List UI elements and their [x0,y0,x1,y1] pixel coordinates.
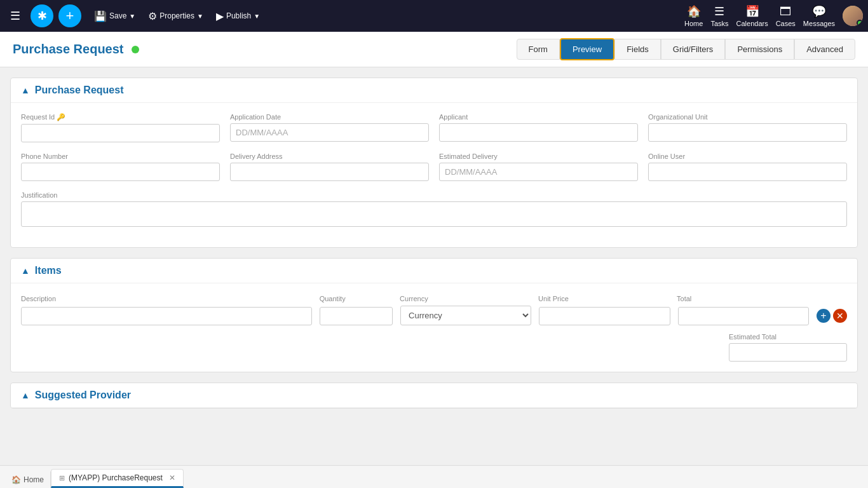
items-body: Description Quantity Currency Unit Price… [11,283,857,372]
tab-permissions[interactable]: Permissions [725,39,794,60]
items-chevron[interactable]: ▲ [21,266,30,276]
purchase-request-section: ▲ Purchase Request Request Id 🔑 Applicat… [10,78,858,248]
currency-col-header: Currency [400,294,531,303]
quantity-field-group [320,307,393,325]
bottom-app-tab[interactable]: ⊞ (MYAPP) PurchaseRequest ✕ [51,469,184,488]
phone-label: Phone Number [21,152,220,160]
request-id-input[interactable] [21,124,220,142]
bottom-tab-close-button[interactable]: ✕ [169,473,175,482]
home-label: Home [684,20,703,27]
org-unit-label: Organizational Unit [648,113,847,121]
suggested-provider-chevron[interactable]: ▲ [21,390,30,400]
delivery-address-label: Delivery Address [230,152,429,160]
home-icon: 🏠 [687,4,701,18]
add-button[interactable]: + [58,4,81,27]
publish-dropdown-icon[interactable]: ▼ [254,13,260,20]
save-dropdown-icon[interactable]: ▼ [129,13,135,20]
currency-select[interactable]: Currency [400,306,531,325]
total-input[interactable] [678,307,809,325]
nav-cases[interactable]: 🗖 Cases [776,5,796,27]
items-header: ▲ Items [11,259,857,283]
calendars-label: Calendars [736,20,768,27]
purchase-request-chevron[interactable]: ▲ [21,85,30,95]
nav-messages[interactable]: 💬 Messages [803,4,835,27]
properties-label: Properties [159,11,194,20]
applicant-label: Applicant [439,113,638,121]
justification-group: Justification [21,191,847,227]
total-col-header: Total [677,294,808,303]
suggested-provider-title: Suggested Provider [35,390,131,401]
main-content: Purchase Request Form Preview Fields Gri… [0,32,868,488]
page-header: Purchase Request Form Preview Fields Gri… [0,32,868,67]
quantity-label: Quantity [320,295,346,302]
bottom-home-icon: 🏠 [11,475,21,484]
publish-icon: ▶ [216,10,224,22]
description-input[interactable] [21,307,312,325]
org-unit-input[interactable] [648,123,847,142]
tab-preview[interactable]: Preview [560,38,614,60]
user-avatar[interactable] [843,6,863,26]
phone-input[interactable] [21,163,220,181]
publish-action[interactable]: ▶ Publish ▼ [211,8,265,25]
currency-label: Currency [400,295,428,302]
top-navigation: ☰ ✱ + 💾 Save ▼ ⚙ Properties ▼ ▶ Publish … [0,0,868,32]
messages-label: Messages [803,20,835,27]
purchase-request-body: Request Id 🔑 Application Date Applicant [11,103,857,247]
estimated-total-group: Estimated Total [729,333,847,362]
properties-dropdown-icon[interactable]: ▼ [197,13,203,20]
page-title: Purchase Request [13,42,124,57]
bottom-home-tab[interactable]: 🏠 Home [5,471,51,488]
quantity-input[interactable] [320,307,393,325]
currency-field-group: Currency [400,306,531,325]
tab-fields[interactable]: Fields [614,39,661,60]
row-actions: + ✕ [817,309,847,325]
form-row-1: Request Id 🔑 Application Date Applicant [21,113,847,142]
form-row-3: Justification [21,191,847,227]
page-status-dot [132,46,139,53]
form-body: ▲ Purchase Request Request Id 🔑 Applicat… [0,67,868,465]
bottom-bar: 🏠 Home ⊞ (MYAPP) PurchaseRequest ✕ [0,465,868,488]
description-field-group [21,307,312,325]
application-date-input[interactable] [230,123,429,142]
total-field-group [678,307,809,325]
tab-advanced[interactable]: Advanced [794,39,855,60]
cases-icon: 🗖 [780,5,791,18]
delivery-address-input[interactable] [230,163,429,181]
properties-action[interactable]: ⚙ Properties ▼ [143,8,208,25]
items-section: ▲ Items Description Quantity Currency [10,258,858,372]
tab-form[interactable]: Form [517,39,560,60]
unit-price-input[interactable] [539,307,670,325]
tasks-icon: ☰ [714,4,724,18]
save-icon: 💾 [94,10,107,22]
items-title: Items [35,265,62,276]
estimated-total-input[interactable] [729,343,847,362]
remove-item-button[interactable]: ✕ [833,309,847,323]
save-action[interactable]: 💾 Save ▼ [89,8,140,25]
unit-price-field-group [539,307,670,325]
tab-grid-filters[interactable]: Grid/Filters [661,39,726,60]
applicant-input[interactable] [439,123,638,142]
description-col-header: Description [21,294,312,303]
estimated-delivery-label: Estimated Delivery [439,152,638,160]
messages-icon: 💬 [812,4,826,18]
nav-calendars[interactable]: 📅 Calendars [736,4,768,27]
cases-label: Cases [776,20,796,27]
unit-price-col-header: Unit Price [538,294,669,303]
delivery-address-group: Delivery Address [230,152,429,181]
nav-tasks[interactable]: ☰ Tasks [710,4,728,27]
description-label: Description [21,295,56,302]
online-user-input[interactable] [648,163,847,181]
online-user-label: Online User [648,152,847,160]
unit-price-label: Unit Price [538,295,569,302]
application-date-label: Application Date [230,113,429,121]
calendars-icon: 📅 [745,4,759,18]
estimated-delivery-group: Estimated Delivery [439,152,638,181]
justification-input[interactable] [21,201,847,227]
estimated-delivery-input[interactable] [439,163,638,181]
items-labels-row: Description Quantity Currency Unit Price… [21,294,847,303]
nav-home[interactable]: 🏠 Home [684,4,703,27]
org-unit-group: Organizational Unit [648,113,847,142]
add-item-button[interactable]: + [817,309,831,323]
hamburger-menu[interactable]: ☰ [5,4,25,28]
quantity-col-header: Quantity [320,294,392,303]
